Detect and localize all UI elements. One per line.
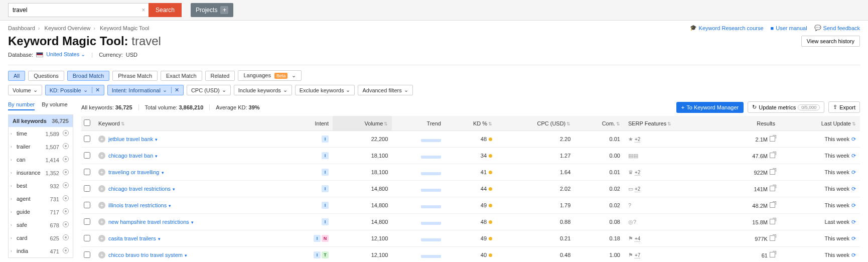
- add-keyword-icon[interactable]: +: [98, 202, 105, 209]
- col-last-update[interactable]: Last Update⇅: [779, 116, 860, 131]
- match-pill-all[interactable]: All: [8, 71, 25, 81]
- chevron-down-icon[interactable]: ▾: [155, 137, 158, 142]
- add-keyword-icon[interactable]: +: [98, 152, 105, 159]
- filter-intent[interactable]: Intent: Informational ⌄✕: [107, 85, 184, 95]
- col-keyword[interactable]: Keyword⇅: [94, 116, 289, 131]
- filter-advanced[interactable]: Advanced filters ⌄: [358, 85, 412, 95]
- chevron-down-icon[interactable]: ▾: [185, 253, 187, 258]
- col-com[interactable]: Com.⇅: [574, 116, 624, 131]
- view-history-button[interactable]: View search history: [801, 36, 860, 47]
- match-pill-broad-match[interactable]: Broad Match: [67, 71, 109, 81]
- keyword-link[interactable]: chicco bravo trio travel system: [108, 252, 183, 258]
- chevron-down-icon[interactable]: ▾: [173, 187, 175, 192]
- row-checkbox[interactable]: [84, 251, 90, 258]
- breadcrumb-dashboard[interactable]: Dashboard: [8, 25, 35, 31]
- refresh-icon[interactable]: ⟳: [851, 186, 856, 192]
- chevron-down-icon[interactable]: ▾: [155, 154, 158, 159]
- eye-icon[interactable]: [63, 130, 69, 136]
- select-all-checkbox[interactable]: [84, 119, 90, 126]
- col-results[interactable]: Results: [721, 116, 779, 131]
- search-button[interactable]: Search: [149, 3, 182, 17]
- close-icon[interactable]: ✕: [171, 87, 179, 93]
- group-item[interactable]: ›time1,589: [9, 127, 73, 140]
- serp-more[interactable]: +2: [635, 137, 640, 143]
- match-pill-phrase-match[interactable]: Phrase Match: [112, 71, 158, 81]
- filter-kd[interactable]: KD: Possible ⌄✕: [45, 85, 104, 95]
- filter-include[interactable]: Include keywords ⌄: [234, 85, 292, 95]
- keyword-link[interactable]: chicago travel restrictions: [108, 186, 171, 192]
- eye-icon[interactable]: [63, 156, 69, 162]
- group-item[interactable]: ›safe678: [9, 218, 73, 231]
- external-link-icon[interactable]: [770, 186, 775, 191]
- serp-more[interactable]: +4: [635, 236, 640, 242]
- tab-by-volume[interactable]: By volume: [42, 101, 67, 110]
- close-icon[interactable]: ✕: [92, 87, 100, 93]
- row-checkbox[interactable]: [84, 185, 90, 192]
- external-link-icon[interactable]: [770, 136, 775, 142]
- col-volume[interactable]: Volume⇅: [333, 116, 392, 131]
- group-item[interactable]: ›guide717: [9, 205, 73, 218]
- export-button[interactable]: ⇪Export: [828, 101, 860, 113]
- keyword-link[interactable]: casita travel trailers: [108, 235, 156, 241]
- eye-icon[interactable]: [63, 182, 69, 188]
- eye-icon[interactable]: [63, 221, 69, 227]
- row-checkbox[interactable]: [84, 169, 90, 175]
- projects-button[interactable]: Projects +: [191, 3, 233, 17]
- research-course-link[interactable]: 🎓Keyword Research course: [690, 25, 764, 31]
- serp-more[interactable]: +7: [635, 252, 640, 258]
- database-country[interactable]: United States ⌄: [46, 51, 85, 58]
- group-item[interactable]: ›insurance1,352: [9, 166, 73, 179]
- col-intent[interactable]: Intent: [289, 116, 333, 131]
- eye-icon[interactable]: [63, 208, 69, 214]
- col-cpc[interactable]: CPC (USD)⇅: [496, 116, 574, 131]
- refresh-icon[interactable]: ⟳: [851, 252, 856, 258]
- search-input[interactable]: [8, 3, 138, 17]
- match-pill-questions[interactable]: Questions: [28, 71, 64, 81]
- external-link-icon[interactable]: [770, 153, 775, 158]
- external-link-icon[interactable]: [770, 202, 775, 208]
- serp-more[interactable]: +2: [635, 186, 640, 192]
- group-item[interactable]: ›agent731: [9, 192, 73, 205]
- chevron-down-icon[interactable]: ▾: [158, 236, 161, 241]
- col-kd[interactable]: KD %⇅: [445, 116, 496, 131]
- external-link-icon[interactable]: [770, 219, 775, 224]
- keyword-link[interactable]: new hampshire travel restrictions: [108, 219, 189, 225]
- refresh-icon[interactable]: ⟳: [851, 153, 856, 159]
- languages-pill[interactable]: Languages Beta ⌄: [238, 70, 301, 81]
- filter-volume[interactable]: Volume ⌄: [8, 85, 42, 95]
- add-keyword-icon[interactable]: +: [98, 185, 105, 192]
- group-item[interactable]: ›india471: [9, 244, 73, 257]
- update-metrics-button[interactable]: ↻Update metrics0/5,000: [748, 101, 824, 113]
- external-link-icon[interactable]: [770, 252, 775, 257]
- serp-more[interactable]: +2: [635, 170, 640, 176]
- row-checkbox[interactable]: [84, 235, 90, 241]
- add-keyword-icon[interactable]: +: [98, 136, 105, 143]
- match-pill-related[interactable]: Related: [205, 71, 235, 81]
- keyword-link[interactable]: traveling or travelling: [108, 169, 160, 175]
- row-checkbox[interactable]: [84, 136, 90, 142]
- match-pill-exact-match[interactable]: Exact Match: [161, 71, 202, 81]
- chevron-down-icon[interactable]: ▾: [162, 170, 164, 175]
- send-feedback-link[interactable]: 💬Send feedback: [814, 25, 860, 31]
- col-trend[interactable]: Trend: [392, 116, 445, 131]
- row-checkbox[interactable]: [84, 202, 90, 208]
- refresh-icon[interactable]: ⟳: [851, 136, 856, 142]
- filter-exclude[interactable]: Exclude keywords ⌄: [295, 85, 355, 95]
- refresh-icon[interactable]: ⟳: [851, 169, 856, 175]
- clear-icon[interactable]: ×: [138, 3, 149, 17]
- add-keyword-icon[interactable]: +: [98, 218, 105, 225]
- breadcrumb-overview[interactable]: Keyword Overview: [45, 25, 91, 31]
- chevron-down-icon[interactable]: ▾: [191, 220, 194, 225]
- row-checkbox[interactable]: [84, 152, 90, 159]
- eye-icon[interactable]: [63, 143, 69, 149]
- filter-cpc[interactable]: CPC (USD) ⌄: [187, 85, 231, 95]
- group-all-keywords[interactable]: All keywords36,725: [9, 115, 73, 127]
- eye-icon[interactable]: [63, 195, 69, 201]
- to-keyword-manager-button[interactable]: +To Keyword Manager: [676, 102, 744, 113]
- refresh-icon[interactable]: ⟳: [851, 219, 856, 225]
- eye-icon[interactable]: [63, 169, 69, 175]
- keyword-link[interactable]: illinois travel restrictions: [108, 202, 167, 208]
- eye-icon[interactable]: [63, 234, 69, 240]
- keyword-link[interactable]: jetblue travel bank: [108, 136, 153, 142]
- refresh-icon[interactable]: ⟳: [851, 202, 856, 208]
